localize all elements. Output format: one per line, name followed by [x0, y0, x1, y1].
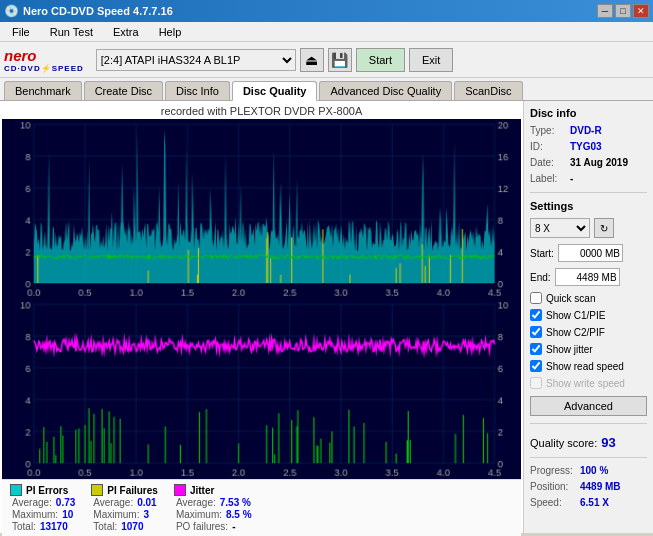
id-label: ID: [530, 141, 566, 152]
quality-score-label: Quality score: [530, 437, 597, 449]
pi-avg-value: 0.73 [56, 497, 75, 508]
logo: nero CD·DVD⚡SPEED [4, 47, 84, 73]
tab-disc-quality[interactable]: Disc Quality [232, 81, 318, 101]
show-jitter-checkbox[interactable] [530, 343, 542, 355]
advanced-button[interactable]: Advanced [530, 396, 647, 416]
po-failures-label: PO failures: [176, 521, 228, 532]
tab-scandisc[interactable]: ScanDisc [454, 81, 522, 100]
app-title: Nero CD-DVD Speed 4.7.7.16 [23, 5, 173, 17]
divider-1 [530, 192, 647, 193]
pi-max-label: Maximum: [12, 509, 58, 520]
toolbar: nero CD·DVD⚡SPEED [2:4] ATAPI iHAS324 A … [0, 42, 653, 78]
tab-disc-info[interactable]: Disc Info [165, 81, 230, 100]
settings-title: Settings [530, 200, 647, 212]
position-value: 4489 MB [580, 481, 621, 492]
show-jitter-label: Show jitter [546, 344, 593, 355]
id-value: TYG03 [570, 141, 602, 152]
end-input[interactable] [555, 268, 620, 286]
app-icon: 💿 [4, 4, 19, 18]
tabs: Benchmark Create Disc Disc Info Disc Qua… [0, 78, 653, 101]
logo-nero: nero [4, 47, 37, 64]
pi-max-value: 10 [62, 509, 73, 520]
drive-select[interactable]: [2:4] ATAPI iHAS324 A BL1P [96, 49, 296, 71]
menu-bar: File Run Test Extra Help [0, 22, 653, 42]
refresh-button[interactable]: ↻ [594, 218, 614, 238]
logo-sub: CD·DVD⚡SPEED [4, 64, 84, 73]
tab-create-disc[interactable]: Create Disc [84, 81, 163, 100]
po-failures-value: - [232, 521, 235, 532]
pif-total-label: Total: [93, 521, 117, 532]
pif-total-value: 1070 [121, 521, 143, 532]
pi-errors-color [10, 484, 22, 496]
pif-max-label: Maximum: [93, 509, 139, 520]
pi-total-label: Total: [12, 521, 36, 532]
pi-avg-label: Average: [12, 497, 52, 508]
show-read-speed-checkbox[interactable] [530, 360, 542, 372]
pi-errors-label: PI Errors [26, 485, 68, 496]
position-label: Position: [530, 481, 576, 492]
disc-label-label: Label: [530, 173, 566, 184]
chart-area: recorded with PLEXTOR DVDR PX-800A PI Er… [0, 101, 523, 533]
speed-value: 6.51 X [580, 497, 609, 508]
pif-avg-value: 0.01 [137, 497, 156, 508]
save-button[interactable]: 💾 [328, 48, 352, 72]
exit-button[interactable]: Exit [409, 48, 453, 72]
type-label: Type: [530, 125, 566, 136]
type-value: DVD-R [570, 125, 602, 136]
jitter-color [174, 484, 186, 496]
legend: PI Errors Average: 0.73 Maximum: 10 Tota… [2, 479, 521, 536]
pif-max-value: 3 [143, 509, 149, 520]
jitter-avg-value: 7.53 % [220, 497, 251, 508]
jitter-avg-label: Average: [176, 497, 216, 508]
menu-extra[interactable]: Extra [105, 25, 147, 39]
date-value: 31 Aug 2019 [570, 157, 628, 168]
eject-button[interactable]: ⏏ [300, 48, 324, 72]
maximize-button[interactable]: □ [615, 4, 631, 18]
show-write-speed-checkbox[interactable] [530, 377, 542, 389]
show-read-speed-label: Show read speed [546, 361, 624, 372]
close-button[interactable]: ✕ [633, 4, 649, 18]
pi-total-value: 13170 [40, 521, 68, 532]
speed-label: Speed: [530, 497, 576, 508]
jitter-max-value: 8.5 % [226, 509, 252, 520]
quick-scan-checkbox[interactable] [530, 292, 542, 304]
title-bar-controls[interactable]: ─ □ ✕ [597, 4, 649, 18]
jitter-max-label: Maximum: [176, 509, 222, 520]
show-c1pie-label: Show C1/PIE [546, 310, 605, 321]
disc-info-title: Disc info [530, 107, 647, 119]
show-c1pie-checkbox[interactable] [530, 309, 542, 321]
divider-2 [530, 423, 647, 424]
pi-failures-label: PI Failures [107, 485, 158, 496]
divider-3 [530, 457, 647, 458]
minimize-button[interactable]: ─ [597, 4, 613, 18]
quick-scan-label: Quick scan [546, 293, 595, 304]
jitter-label: Jitter [190, 485, 214, 496]
tab-advanced-disc-quality[interactable]: Advanced Disc Quality [319, 81, 452, 100]
title-bar-left: 💿 Nero CD-DVD Speed 4.7.7.16 [4, 4, 173, 18]
start-input[interactable] [558, 244, 623, 262]
title-bar: 💿 Nero CD-DVD Speed 4.7.7.16 ─ □ ✕ [0, 0, 653, 22]
disc-label-value: - [570, 173, 573, 184]
tab-benchmark[interactable]: Benchmark [4, 81, 82, 100]
speed-select[interactable]: 8 X [530, 218, 590, 238]
menu-run-test[interactable]: Run Test [42, 25, 101, 39]
quality-score-value: 93 [601, 435, 615, 450]
legend-pi-failures: PI Failures Average: 0.01 Maximum: 3 Tot… [91, 484, 158, 532]
show-c2pif-checkbox[interactable] [530, 326, 542, 338]
pif-avg-label: Average: [93, 497, 133, 508]
legend-pi-errors: PI Errors Average: 0.73 Maximum: 10 Tota… [10, 484, 75, 532]
right-panel: Disc info Type: DVD-R ID: TYG03 Date: 31… [523, 101, 653, 533]
legend-jitter: Jitter Average: 7.53 % Maximum: 8.5 % PO… [174, 484, 252, 532]
pi-failures-color [91, 484, 103, 496]
main-content: recorded with PLEXTOR DVDR PX-800A PI Er… [0, 101, 653, 533]
end-label: End: [530, 272, 551, 283]
date-label: Date: [530, 157, 566, 168]
start-button[interactable]: Start [356, 48, 405, 72]
menu-help[interactable]: Help [151, 25, 190, 39]
show-c2pif-label: Show C2/PIF [546, 327, 605, 338]
progress-label: Progress: [530, 465, 576, 476]
start-label: Start: [530, 248, 554, 259]
progress-value: 100 % [580, 465, 608, 476]
menu-file[interactable]: File [4, 25, 38, 39]
chart-title: recorded with PLEXTOR DVDR PX-800A [2, 103, 521, 119]
